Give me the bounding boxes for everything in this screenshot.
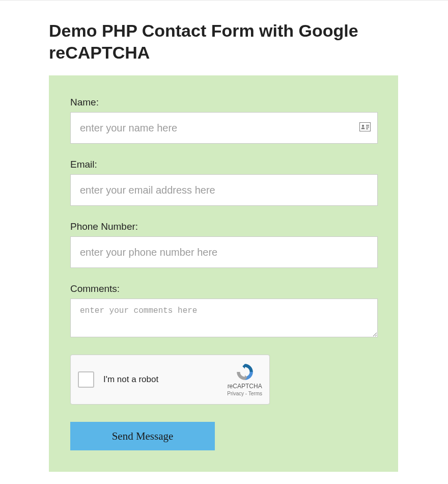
svg-rect-2	[366, 125, 369, 126]
svg-rect-4	[366, 128, 368, 129]
phone-group: Phone Number:	[70, 221, 378, 268]
phone-input[interactable]	[70, 236, 378, 268]
recaptcha-branding: reCAPTCHA Privacy - Terms	[227, 362, 262, 397]
page-title: Demo PHP Contact Form with Google reCAPT…	[49, 20, 390, 63]
name-label: Name:	[70, 97, 378, 108]
recaptcha-logo-icon	[235, 362, 255, 382]
recaptcha-checkbox[interactable]	[78, 371, 94, 388]
email-label: Email:	[70, 159, 378, 170]
email-input[interactable]	[70, 174, 378, 206]
comments-group: Comments:	[70, 283, 378, 339]
recaptcha-widget: I'm not a robot reCAPTCHA Privacy - Term…	[70, 355, 270, 405]
svg-rect-3	[366, 127, 369, 128]
svg-point-1	[362, 125, 364, 127]
recaptcha-brand-text: reCAPTCHA	[227, 383, 262, 391]
contact-form-card: Name: Email:	[49, 75, 398, 472]
recaptcha-legal-text[interactable]: Privacy - Terms	[227, 390, 262, 397]
name-input[interactable]	[70, 112, 378, 144]
comments-label: Comments:	[70, 283, 378, 294]
recaptcha-label: I'm not a robot	[103, 374, 227, 385]
phone-label: Phone Number:	[70, 221, 378, 232]
comments-textarea[interactable]	[70, 299, 378, 337]
name-group: Name:	[70, 97, 378, 144]
send-message-button[interactable]: Send Message	[70, 422, 215, 450]
contact-card-icon	[359, 122, 371, 133]
email-group: Email:	[70, 159, 378, 206]
